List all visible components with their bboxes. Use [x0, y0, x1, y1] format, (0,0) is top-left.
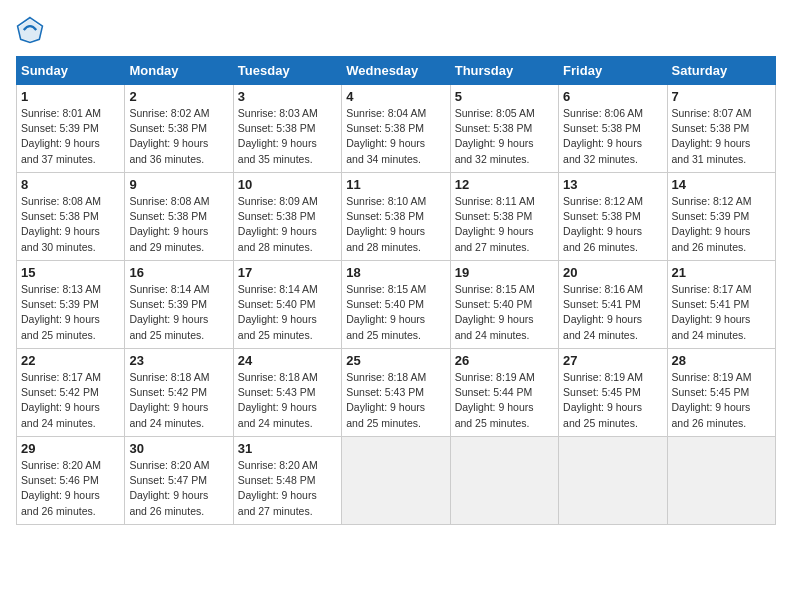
day-cell: 2Sunrise: 8:02 AMSunset: 5:38 PMDaylight…	[125, 85, 233, 173]
day-number: 30	[129, 441, 228, 456]
day-cell: 10Sunrise: 8:09 AMSunset: 5:38 PMDayligh…	[233, 173, 341, 261]
day-detail: Sunrise: 8:03 AMSunset: 5:38 PMDaylight:…	[238, 106, 337, 167]
day-cell: 26Sunrise: 8:19 AMSunset: 5:44 PMDayligh…	[450, 349, 558, 437]
day-detail: Sunrise: 8:17 AMSunset: 5:41 PMDaylight:…	[672, 282, 771, 343]
day-detail: Sunrise: 8:12 AMSunset: 5:39 PMDaylight:…	[672, 194, 771, 255]
day-detail: Sunrise: 8:06 AMSunset: 5:38 PMDaylight:…	[563, 106, 662, 167]
week-row: 8Sunrise: 8:08 AMSunset: 5:38 PMDaylight…	[17, 173, 776, 261]
day-cell: 27Sunrise: 8:19 AMSunset: 5:45 PMDayligh…	[559, 349, 667, 437]
header-cell-saturday: Saturday	[667, 57, 775, 85]
day-detail: Sunrise: 8:14 AMSunset: 5:39 PMDaylight:…	[129, 282, 228, 343]
day-number: 7	[672, 89, 771, 104]
day-detail: Sunrise: 8:19 AMSunset: 5:44 PMDaylight:…	[455, 370, 554, 431]
day-cell: 4Sunrise: 8:04 AMSunset: 5:38 PMDaylight…	[342, 85, 450, 173]
header-cell-sunday: Sunday	[17, 57, 125, 85]
day-detail: Sunrise: 8:08 AMSunset: 5:38 PMDaylight:…	[129, 194, 228, 255]
day-cell: 16Sunrise: 8:14 AMSunset: 5:39 PMDayligh…	[125, 261, 233, 349]
week-row: 1Sunrise: 8:01 AMSunset: 5:39 PMDaylight…	[17, 85, 776, 173]
day-cell	[559, 437, 667, 525]
day-detail: Sunrise: 8:02 AMSunset: 5:38 PMDaylight:…	[129, 106, 228, 167]
calendar-table: SundayMondayTuesdayWednesdayThursdayFrid…	[16, 56, 776, 525]
day-number: 27	[563, 353, 662, 368]
day-number: 29	[21, 441, 120, 456]
day-detail: Sunrise: 8:05 AMSunset: 5:38 PMDaylight:…	[455, 106, 554, 167]
day-number: 16	[129, 265, 228, 280]
day-cell: 28Sunrise: 8:19 AMSunset: 5:45 PMDayligh…	[667, 349, 775, 437]
day-number: 6	[563, 89, 662, 104]
day-number: 18	[346, 265, 445, 280]
week-row: 29Sunrise: 8:20 AMSunset: 5:46 PMDayligh…	[17, 437, 776, 525]
day-detail: Sunrise: 8:12 AMSunset: 5:38 PMDaylight:…	[563, 194, 662, 255]
day-cell: 3Sunrise: 8:03 AMSunset: 5:38 PMDaylight…	[233, 85, 341, 173]
day-detail: Sunrise: 8:08 AMSunset: 5:38 PMDaylight:…	[21, 194, 120, 255]
day-cell: 21Sunrise: 8:17 AMSunset: 5:41 PMDayligh…	[667, 261, 775, 349]
day-cell: 25Sunrise: 8:18 AMSunset: 5:43 PMDayligh…	[342, 349, 450, 437]
day-cell: 22Sunrise: 8:17 AMSunset: 5:42 PMDayligh…	[17, 349, 125, 437]
day-cell: 7Sunrise: 8:07 AMSunset: 5:38 PMDaylight…	[667, 85, 775, 173]
day-detail: Sunrise: 8:19 AMSunset: 5:45 PMDaylight:…	[563, 370, 662, 431]
header-cell-friday: Friday	[559, 57, 667, 85]
day-detail: Sunrise: 8:16 AMSunset: 5:41 PMDaylight:…	[563, 282, 662, 343]
day-number: 24	[238, 353, 337, 368]
day-detail: Sunrise: 8:15 AMSunset: 5:40 PMDaylight:…	[346, 282, 445, 343]
day-detail: Sunrise: 8:20 AMSunset: 5:47 PMDaylight:…	[129, 458, 228, 519]
day-number: 23	[129, 353, 228, 368]
day-cell: 31Sunrise: 8:20 AMSunset: 5:48 PMDayligh…	[233, 437, 341, 525]
day-detail: Sunrise: 8:14 AMSunset: 5:40 PMDaylight:…	[238, 282, 337, 343]
day-cell: 12Sunrise: 8:11 AMSunset: 5:38 PMDayligh…	[450, 173, 558, 261]
day-detail: Sunrise: 8:11 AMSunset: 5:38 PMDaylight:…	[455, 194, 554, 255]
page-header	[16, 16, 776, 44]
day-number: 4	[346, 89, 445, 104]
header-cell-monday: Monday	[125, 57, 233, 85]
day-cell: 13Sunrise: 8:12 AMSunset: 5:38 PMDayligh…	[559, 173, 667, 261]
logo	[16, 16, 48, 44]
header-cell-thursday: Thursday	[450, 57, 558, 85]
day-cell: 9Sunrise: 8:08 AMSunset: 5:38 PMDaylight…	[125, 173, 233, 261]
day-number: 8	[21, 177, 120, 192]
day-detail: Sunrise: 8:10 AMSunset: 5:38 PMDaylight:…	[346, 194, 445, 255]
day-detail: Sunrise: 8:18 AMSunset: 5:42 PMDaylight:…	[129, 370, 228, 431]
day-detail: Sunrise: 8:01 AMSunset: 5:39 PMDaylight:…	[21, 106, 120, 167]
day-detail: Sunrise: 8:20 AMSunset: 5:46 PMDaylight:…	[21, 458, 120, 519]
day-number: 12	[455, 177, 554, 192]
day-detail: Sunrise: 8:20 AMSunset: 5:48 PMDaylight:…	[238, 458, 337, 519]
day-detail: Sunrise: 8:04 AMSunset: 5:38 PMDaylight:…	[346, 106, 445, 167]
day-cell: 1Sunrise: 8:01 AMSunset: 5:39 PMDaylight…	[17, 85, 125, 173]
day-detail: Sunrise: 8:07 AMSunset: 5:38 PMDaylight:…	[672, 106, 771, 167]
day-cell: 20Sunrise: 8:16 AMSunset: 5:41 PMDayligh…	[559, 261, 667, 349]
day-cell: 6Sunrise: 8:06 AMSunset: 5:38 PMDaylight…	[559, 85, 667, 173]
header-cell-wednesday: Wednesday	[342, 57, 450, 85]
day-detail: Sunrise: 8:15 AMSunset: 5:40 PMDaylight:…	[455, 282, 554, 343]
day-number: 14	[672, 177, 771, 192]
day-detail: Sunrise: 8:19 AMSunset: 5:45 PMDaylight:…	[672, 370, 771, 431]
header-cell-tuesday: Tuesday	[233, 57, 341, 85]
day-number: 19	[455, 265, 554, 280]
day-cell: 23Sunrise: 8:18 AMSunset: 5:42 PMDayligh…	[125, 349, 233, 437]
day-number: 5	[455, 89, 554, 104]
day-cell: 29Sunrise: 8:20 AMSunset: 5:46 PMDayligh…	[17, 437, 125, 525]
day-number: 28	[672, 353, 771, 368]
day-cell: 11Sunrise: 8:10 AMSunset: 5:38 PMDayligh…	[342, 173, 450, 261]
day-number: 10	[238, 177, 337, 192]
day-number: 13	[563, 177, 662, 192]
day-cell: 30Sunrise: 8:20 AMSunset: 5:47 PMDayligh…	[125, 437, 233, 525]
day-number: 15	[21, 265, 120, 280]
day-cell: 8Sunrise: 8:08 AMSunset: 5:38 PMDaylight…	[17, 173, 125, 261]
day-number: 2	[129, 89, 228, 104]
day-cell: 24Sunrise: 8:18 AMSunset: 5:43 PMDayligh…	[233, 349, 341, 437]
day-cell: 17Sunrise: 8:14 AMSunset: 5:40 PMDayligh…	[233, 261, 341, 349]
day-detail: Sunrise: 8:09 AMSunset: 5:38 PMDaylight:…	[238, 194, 337, 255]
day-cell: 15Sunrise: 8:13 AMSunset: 5:39 PMDayligh…	[17, 261, 125, 349]
day-detail: Sunrise: 8:18 AMSunset: 5:43 PMDaylight:…	[238, 370, 337, 431]
day-number: 31	[238, 441, 337, 456]
week-row: 15Sunrise: 8:13 AMSunset: 5:39 PMDayligh…	[17, 261, 776, 349]
day-detail: Sunrise: 8:17 AMSunset: 5:42 PMDaylight:…	[21, 370, 120, 431]
day-detail: Sunrise: 8:13 AMSunset: 5:39 PMDaylight:…	[21, 282, 120, 343]
header-row: SundayMondayTuesdayWednesdayThursdayFrid…	[17, 57, 776, 85]
day-detail: Sunrise: 8:18 AMSunset: 5:43 PMDaylight:…	[346, 370, 445, 431]
day-cell: 18Sunrise: 8:15 AMSunset: 5:40 PMDayligh…	[342, 261, 450, 349]
day-number: 11	[346, 177, 445, 192]
day-cell	[342, 437, 450, 525]
day-number: 3	[238, 89, 337, 104]
day-cell: 14Sunrise: 8:12 AMSunset: 5:39 PMDayligh…	[667, 173, 775, 261]
